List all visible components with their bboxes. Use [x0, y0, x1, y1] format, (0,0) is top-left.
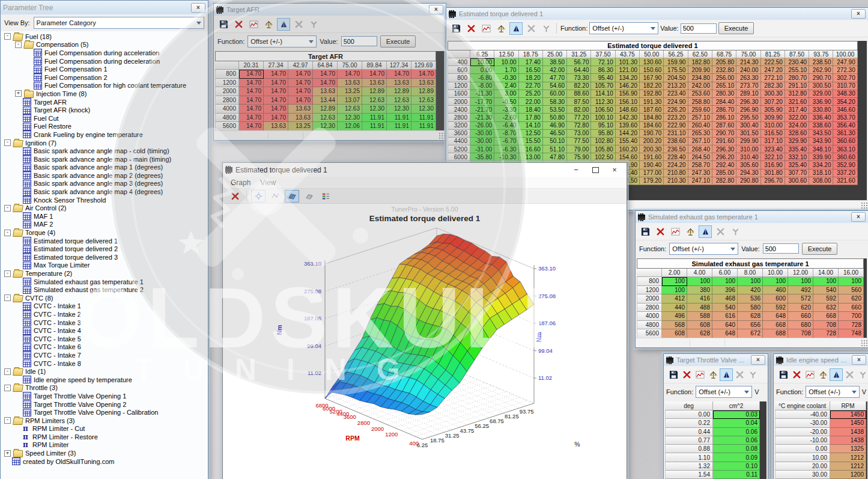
table-cell[interactable]: -10.30 — [494, 153, 518, 161]
row-header[interactable]: -40.00 — [775, 410, 830, 419]
row-header[interactable]: -20.00 — [775, 428, 830, 436]
table-cell[interactable]: 324.00 — [785, 122, 809, 130]
table-cell[interactable]: 496 — [662, 312, 687, 321]
table-cell[interactable]: 290.70 — [809, 74, 833, 82]
table-cell[interactable]: 100 — [712, 277, 738, 286]
column-header[interactable]: 12.50 — [494, 50, 518, 58]
table-cell[interactable]: 335.40 — [785, 145, 809, 153]
table-cell[interactable]: 396 — [712, 286, 738, 295]
table-cell[interactable]: 230.40 — [785, 58, 809, 66]
table-cell[interactable]: 12.30 — [338, 114, 362, 123]
table-cell[interactable]: 668 — [763, 321, 788, 330]
table-cell[interactable]: 13.63 — [264, 122, 288, 130]
collapse-icon[interactable]: - — [4, 368, 11, 375]
row-header[interactable]: 2800 — [448, 114, 470, 121]
tree-item[interactable]: +Speed Limiter (3) — [1, 449, 208, 457]
table-cell[interactable]: 748 — [839, 329, 864, 338]
surface-3d-icon[interactable] — [285, 190, 299, 203]
table-cell[interactable]: 13.63 — [411, 79, 436, 88]
table-cell[interactable]: 292.40 — [712, 161, 736, 169]
table-cell[interactable]: -30.00 — [470, 130, 494, 138]
table-cell[interactable]: 12.06 — [338, 122, 362, 130]
resize-grip-icon[interactable] — [861, 202, 867, 209]
table-cell[interactable]: 296.30 — [736, 98, 760, 106]
delete-icon[interactable] — [232, 18, 245, 31]
tree-item[interactable]: -RPM Limiters (3) — [1, 416, 208, 425]
tree-item[interactable]: -CVTC (8) — [1, 294, 208, 302]
save-icon[interactable] — [639, 225, 652, 238]
tree-item[interactable]: RPM Limiter - Restore — [1, 433, 208, 441]
table-cell[interactable]: 106.50 — [591, 106, 615, 114]
table-cell[interactable]: 343.90 — [809, 138, 833, 145]
table-cell[interactable]: 134.20 — [616, 74, 640, 82]
table-cell[interactable]: 356.40 — [833, 122, 857, 130]
table-cell[interactable]: -8.70 — [494, 130, 518, 138]
tree-item[interactable]: Target Throttle Valve Opening 1 — [1, 392, 208, 400]
table-cell[interactable]: 12.89 — [387, 87, 411, 96]
table-cell[interactable]: 102.80 — [591, 138, 615, 145]
collapse-icon[interactable]: - — [4, 270, 11, 277]
table-cell[interactable]: 348.10 — [809, 145, 833, 153]
table-cell[interactable]: 121.00 — [616, 66, 640, 74]
tree-item[interactable]: RPM Limiter - Cut — [1, 425, 208, 433]
table-cell[interactable]: 12.89 — [411, 87, 436, 96]
table-cell[interactable]: 608 — [662, 329, 687, 338]
table-cell[interactable]: 100 — [839, 277, 864, 286]
row-header[interactable]: 400 — [448, 58, 470, 66]
column-header[interactable]: 129.69 — [411, 61, 436, 70]
table-cell[interactable]: 632 — [813, 304, 839, 313]
row-header[interactable]: 0.88 — [665, 445, 713, 453]
column-header[interactable]: 93.75 — [809, 50, 833, 58]
table-cell[interactable]: 13.00 — [519, 153, 543, 161]
row-header[interactable]: -30.00 — [775, 419, 830, 427]
collapse-icon[interactable]: - — [15, 41, 22, 48]
function-select[interactable]: Offset (+/-) — [247, 35, 317, 47]
table-cell[interactable]: 0.06 — [713, 436, 760, 445]
menu-graph[interactable]: Graph — [226, 178, 255, 187]
table-cell[interactable]: 363.10 — [833, 145, 857, 153]
column-header[interactable]: deg — [665, 401, 713, 410]
save-icon[interactable] — [777, 368, 790, 381]
table-cell[interactable]: 354.20 — [833, 98, 857, 106]
table-cell[interactable]: 240.00 — [736, 66, 760, 74]
tree-item[interactable]: Crank Fueling by engine temperature — [1, 130, 208, 139]
expand-icon[interactable]: + — [4, 450, 11, 457]
row-header[interactable]: 2000 — [215, 87, 239, 96]
row-header[interactable]: 800 — [448, 74, 470, 82]
table-cell[interactable]: 1.70 — [494, 66, 518, 74]
table-cell[interactable]: 286.70 — [712, 106, 736, 114]
column-header[interactable]: 75.00 — [338, 61, 362, 70]
table-cell[interactable]: 300.60 — [785, 177, 809, 185]
collapse-icon[interactable]: - — [4, 230, 11, 236]
table-cell[interactable]: 224.90 — [664, 98, 688, 106]
table-cell[interactable]: 1450 — [830, 419, 866, 427]
table-cell[interactable]: 146.20 — [616, 82, 640, 90]
table-cell[interactable]: 1212 — [830, 462, 866, 471]
collapse-icon[interactable]: - — [4, 33, 11, 40]
execute-button[interactable]: Execute — [380, 35, 416, 47]
table-cell[interactable]: 1450 — [830, 410, 866, 419]
table-cell[interactable]: 12.63 — [411, 96, 436, 105]
line-chart-icon[interactable] — [693, 368, 706, 381]
scales-icon[interactable] — [262, 18, 275, 31]
row-header[interactable]: 0.77 — [665, 436, 713, 445]
table-cell[interactable]: 14.70 — [264, 79, 288, 88]
save-icon[interactable] — [449, 22, 463, 35]
table-cell[interactable]: 150.60 — [640, 66, 664, 74]
table-cell[interactable]: 139.60 — [616, 122, 640, 130]
table-cell[interactable]: 73.30 — [567, 74, 591, 82]
close-icon[interactable]: × — [429, 5, 443, 14]
table-cell[interactable]: 616 — [712, 312, 738, 321]
table-cell[interactable]: 17.40 — [519, 58, 543, 66]
table-cell[interactable]: 307.70 — [785, 169, 809, 177]
table-cell[interactable]: 346.60 — [833, 106, 857, 114]
column-header[interactable]: 25.00 — [543, 50, 567, 58]
tree-item[interactable]: -Ignition (7) — [1, 139, 208, 147]
table-cell[interactable]: -35.80 — [470, 153, 494, 161]
row-header[interactable]: 4800 — [215, 114, 239, 123]
titlebar[interactable]: Idle engine speed by ... × — [774, 354, 868, 366]
table-cell[interactable]: 329.00 — [809, 90, 833, 98]
column-header[interactable]: 2.00 — [662, 269, 687, 277]
table-cell[interactable]: 300.30 — [761, 90, 785, 98]
table-cell[interactable]: 184.80 — [640, 114, 664, 121]
